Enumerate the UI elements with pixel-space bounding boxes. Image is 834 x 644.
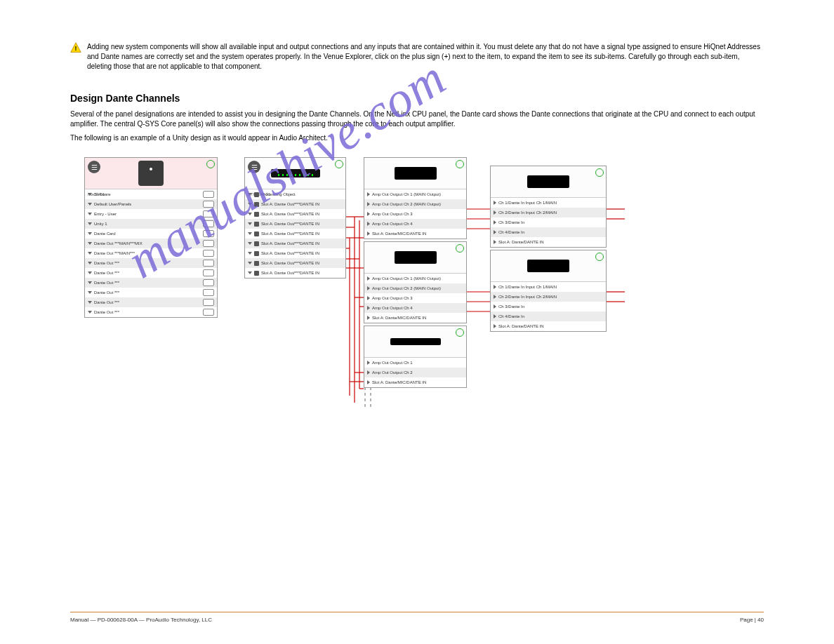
port-icon xyxy=(203,240,214,247)
row-label: Slot A: Dante Out/***DANTE IN xyxy=(261,251,343,255)
section-para1: Several of the panel designations are in… xyxy=(70,109,764,129)
list-item[interactable]: Amp Out Output Ch 2 (MAIN Output) xyxy=(364,199,466,209)
expand-icon xyxy=(248,252,252,255)
panel-amp-mr[interactable]: Ch 1/Dante In Input Ch 1/MAINCh 2/Dante … xyxy=(490,250,607,332)
row-label: Slot A: Dante/MIC/DANTE IN xyxy=(372,316,463,320)
list-item[interactable]: Amp Out Output Ch 3 xyxy=(364,209,466,219)
list-item[interactable]: Default User/Panels xyxy=(85,199,217,209)
list-item[interactable]: Amp Out Output Ch 1 (MAIN Output) xyxy=(364,189,466,199)
list-item[interactable]: Slot A: Dante/MIC/DANTE IN xyxy=(364,229,466,239)
expand-icon xyxy=(367,306,370,310)
row-label: Dante Out *** xyxy=(94,261,201,265)
panel-amp-bottom[interactable]: Amp Out Output Ch 1Amp Out Output Ch 2Sl… xyxy=(364,326,467,388)
list-item[interactable]: Ch 3/Dante In xyxy=(491,217,606,227)
row-label: Processing Object xyxy=(261,192,343,196)
row-label: Amp Out Output Ch 3 xyxy=(372,212,463,216)
expand-icon xyxy=(494,230,496,234)
list-item[interactable]: Entry - User xyxy=(85,209,217,219)
expand-icon xyxy=(88,281,92,284)
list-item[interactable]: Ch 1/Dante In Input Ch 1/MAIN xyxy=(491,282,606,292)
expand-icon xyxy=(367,286,370,290)
list-item[interactable]: Ch 4/Dante In xyxy=(491,227,606,237)
list-item[interactable]: Amp Out Output Ch 4 xyxy=(364,303,466,313)
panel-amp-tr[interactable]: Ch 1/Dante In Input Ch 1/MAINCh 2/Dante … xyxy=(490,166,607,248)
list-item[interactable]: Slot A: Dante/DANTE IN xyxy=(491,237,606,247)
expand-icon xyxy=(367,202,370,206)
expand-icon xyxy=(367,370,370,375)
port-icon xyxy=(203,201,214,208)
expand-icon xyxy=(88,301,92,304)
list-item[interactable]: Amp Out Output Ch 2 xyxy=(364,368,466,377)
row-label: Amp Out Output Ch 1 (MAIN Output) xyxy=(372,192,463,196)
list-item[interactable]: Dante Out *** xyxy=(85,258,217,268)
list-item[interactable]: Slot A: Dante Out/***DANTE IN xyxy=(245,248,345,258)
row-label: Slot A: Dante Out/***DANTE IN xyxy=(261,232,343,236)
page-footer: Manual — PD-000628-00A — ProAudio Techno… xyxy=(70,612,764,623)
list-item[interactable]: Ch 2/Dante In Input Ch 2/MAIN xyxy=(491,292,606,302)
list-item[interactable]: Ch 1/Dante In Input Ch 1/MAIN xyxy=(491,198,606,208)
port-icon xyxy=(203,269,214,276)
status-ok-icon xyxy=(206,160,215,168)
expand-icon xyxy=(88,222,92,225)
list-item[interactable]: Ch 3/Dante In xyxy=(491,302,606,311)
panel-amp-ml[interactable]: Amp Out Output Ch 1 (MAIN Output)Amp Out… xyxy=(364,241,467,323)
list-item[interactable]: Amp Out Output Ch 4 xyxy=(364,219,466,229)
list-item[interactable]: Dante Out *** xyxy=(85,268,217,278)
port-icon xyxy=(203,250,214,257)
page-icon: ☰ xyxy=(248,161,260,173)
panel-cpu[interactable]: ☰ MacP-01 SoftwareDefault User/PanelsEnt… xyxy=(84,157,218,318)
list-item[interactable]: Slot A: Dante Out/***DANTE IN xyxy=(245,199,345,209)
list-item[interactable]: Processing Object xyxy=(245,189,345,199)
list-item[interactable]: Amp Out Output Ch 3 xyxy=(364,293,466,303)
device-amp-icon xyxy=(395,167,437,180)
list-item[interactable]: Dante Out ***MAIN***MIX xyxy=(85,239,217,248)
list-item[interactable]: Ch 4/Dante In xyxy=(491,311,606,321)
panel-switch[interactable]: ☰ ETH-SW-01 Processing ObjectSlot A: Dan… xyxy=(244,157,346,279)
list-item[interactable]: Dante Out *** xyxy=(85,288,217,297)
expand-icon xyxy=(494,240,496,244)
list-item[interactable]: Slot A: Dante Out/***DANTE IN xyxy=(245,258,345,268)
expand-icon xyxy=(494,295,496,299)
list-item[interactable]: Amp Out Output Ch 2 (MAIN Output) xyxy=(364,283,466,293)
expand-icon xyxy=(367,316,370,320)
expand-icon xyxy=(494,210,496,215)
list-item[interactable]: Amp Out Output Ch 1 xyxy=(364,358,466,368)
panel-amp-tl[interactable]: Amp Out Output Ch 1 (MAIN Output)Amp Out… xyxy=(364,157,467,239)
list-item[interactable]: Slot A: Dante Out/***DANTE IN xyxy=(245,209,345,219)
list-item[interactable]: Slot A: Dante Out/***DANTE IN xyxy=(245,229,345,239)
row-label: Slot A: Dante Out/***DANTE IN xyxy=(261,271,343,275)
list-item[interactable]: Slot A: Dante Out/***DANTE IN xyxy=(245,239,345,248)
list-item[interactable]: Ch 2/Dante In Input Ch 2/MAIN xyxy=(491,208,606,217)
row-label: Ch 1/Dante In Input Ch 1/MAIN xyxy=(498,201,603,205)
port-icon xyxy=(254,202,259,207)
row-label: Dante Out ***MAIN*** xyxy=(94,251,201,255)
row-label: Dante Out *** xyxy=(94,310,201,314)
list-item[interactable]: Amp Out Output Ch 1 (MAIN Output) xyxy=(364,274,466,283)
row-label: Amp Out Output Ch 4 xyxy=(372,306,463,310)
row-label: Amp Out Output Ch 2 xyxy=(372,370,463,375)
list-item[interactable]: Software xyxy=(85,189,217,199)
list-item[interactable]: Dante Out *** xyxy=(85,297,217,307)
expand-icon xyxy=(367,361,370,365)
list-item[interactable]: Slot A: Dante/MIC/DANTE IN xyxy=(364,377,466,387)
list-item[interactable]: Slot A: Dante/DANTE IN xyxy=(491,321,606,331)
expand-icon xyxy=(88,291,92,294)
list-item[interactable]: Slot A: Dante Out/***DANTE IN xyxy=(245,268,345,278)
row-label: Dante Out *** xyxy=(94,281,201,285)
list-item[interactable]: Dante Out *** xyxy=(85,307,217,317)
expand-icon xyxy=(248,271,252,274)
expand-icon xyxy=(88,213,92,215)
list-item[interactable]: Unity 1 xyxy=(85,219,217,229)
row-label: Slot A: Dante Out/***DANTE IN xyxy=(261,202,343,206)
list-item[interactable]: Slot A: Dante/MIC/DANTE IN xyxy=(364,313,466,323)
device-amp-icon xyxy=(390,338,441,345)
list-item[interactable]: Dante Out ***MAIN*** xyxy=(85,248,217,258)
port-icon xyxy=(203,210,214,217)
list-item[interactable]: Dante Out *** xyxy=(85,278,217,288)
list-item[interactable]: Dante Card xyxy=(85,229,217,239)
section-title: Design Dante Channels xyxy=(70,93,764,104)
list-item[interactable]: Slot A: Dante Out/***DANTE IN xyxy=(245,219,345,229)
row-label: Ch 2/Dante In Input Ch 2/MAIN xyxy=(498,210,603,215)
expand-icon xyxy=(248,232,252,235)
expand-icon xyxy=(248,242,252,245)
